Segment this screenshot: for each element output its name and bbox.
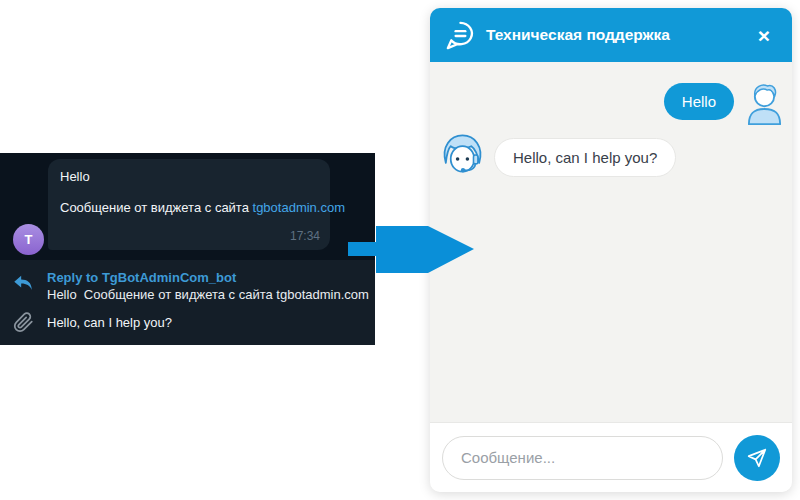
send-button[interactable] [734, 435, 780, 481]
operator-message-row: Hello, can I help you? [437, 130, 676, 184]
message-text-2: Сообщение от виджета с сайта tgbotadmin.… [60, 200, 318, 215]
reply-to-label: Reply to TgBotAdminCom_bot [47, 269, 369, 286]
site-link[interactable]: tgbotadmin.com [253, 200, 346, 215]
widget-header: Техническая поддержка × [430, 8, 792, 62]
telegram-message-bubble: Hello Сообщение от виджета с сайта tgbot… [48, 159, 330, 250]
chat-bubble-icon [443, 19, 476, 52]
screenshot-stage: Hello Сообщение от виджета с сайта tgbot… [0, 0, 800, 500]
close-icon[interactable]: × [752, 23, 776, 48]
widget-title: Техническая поддержка [486, 26, 752, 44]
reply-quote-text: Hello Сообщение от виджета с сайта tgbot… [47, 286, 369, 303]
reply-preview[interactable]: Reply to TgBotAdminCom_bot Hello Сообщен… [0, 269, 375, 303]
attachment-paperclip-icon[interactable] [13, 312, 34, 333]
paper-plane-icon [746, 447, 768, 469]
user-avatar-icon [742, 80, 787, 126]
user-message-bubble: Hello [664, 83, 734, 120]
operator-message-bubble: Hello, can I help you? [494, 138, 676, 177]
message-timestamp: 17:34 [290, 229, 320, 243]
telegram-message-input[interactable]: Hello, can I help you? [47, 315, 172, 330]
telegram-input-row: Hello, can I help you? [0, 312, 375, 333]
telegram-composer-area: Reply to TgBotAdminCom_bot Hello Сообщен… [0, 260, 375, 345]
avatar-letter: T [25, 232, 33, 247]
widget-message-area: Hello Hello, can I help you? [430, 62, 792, 422]
message-input[interactable] [442, 436, 723, 480]
telegram-chat-area: Hello Сообщение от виджета с сайта tgbot… [0, 153, 375, 260]
sender-avatar[interactable]: T [13, 224, 44, 255]
message-text: Hello [60, 169, 318, 184]
user-message-row: Hello [664, 80, 787, 126]
reply-arrow-icon [12, 272, 34, 294]
message-prefix: Сообщение от виджета с сайта [60, 200, 253, 215]
transfer-arrow [348, 220, 475, 279]
support-widget: Техническая поддержка × Hello [430, 8, 792, 492]
operator-avatar-icon [437, 130, 488, 184]
reply-texts: Reply to TgBotAdminCom_bot Hello Сообщен… [47, 269, 369, 303]
telegram-panel: Hello Сообщение от виджета с сайта tgbot… [0, 153, 375, 345]
widget-composer [430, 422, 792, 492]
